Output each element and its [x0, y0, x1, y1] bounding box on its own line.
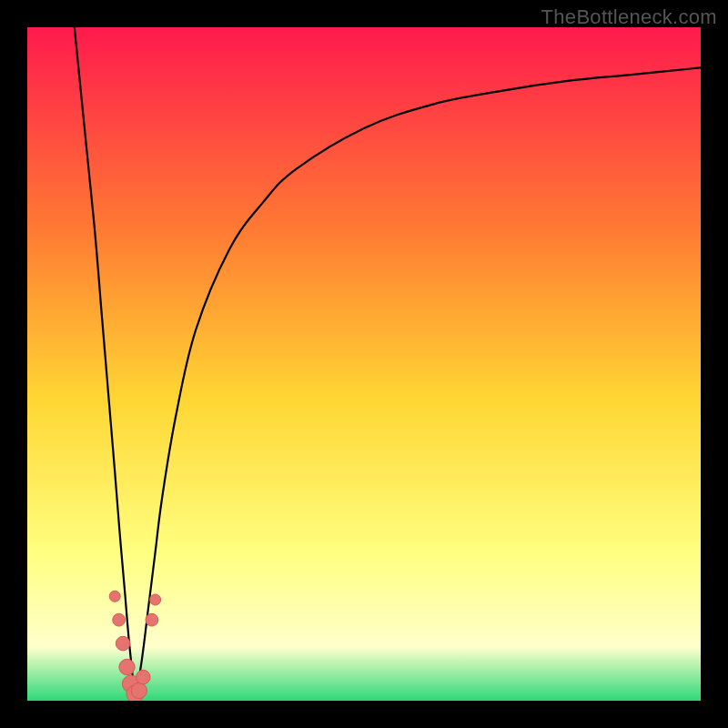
- plot-area: [27, 27, 701, 701]
- chart-svg: [27, 27, 701, 701]
- data-marker: [119, 659, 135, 674]
- chart-frame: TheBottleneck.com: [0, 0, 728, 728]
- data-marker: [146, 613, 158, 626]
- watermark-text: TheBottleneck.com: [541, 5, 717, 29]
- data-marker: [109, 591, 120, 602]
- data-marker: [136, 670, 151, 684]
- data-marker: [116, 636, 130, 651]
- data-marker: [131, 682, 147, 698]
- data-marker: [150, 594, 161, 605]
- data-marker: [113, 613, 126, 626]
